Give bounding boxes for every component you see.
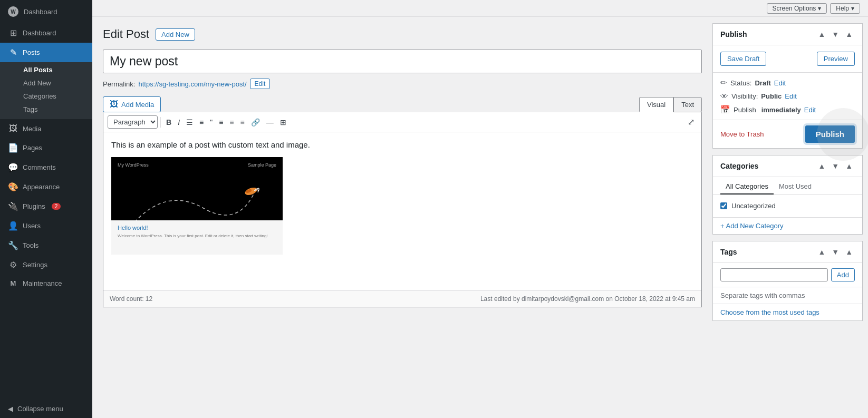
editor-body-text: This is an example of a post with custom…	[111, 140, 693, 149]
publish-box-up-button[interactable]: ▲	[816, 29, 827, 40]
permalink-link[interactable]: https://sg-testing.com/my-new-post/	[138, 80, 246, 88]
editor-wrapper: Paragraph B I ☰ ≡ " ≡ ≡ ≡ 🔗 — ⊞ ⤢	[103, 112, 702, 307]
dashboard-label: Dashboard	[24, 8, 57, 16]
schedule-edit-link[interactable]: Edit	[804, 106, 816, 114]
plugins-icon: 🔌	[8, 201, 18, 211]
sidebar-item-label: Users	[23, 222, 41, 230]
last-edited: Last edited by dimitarpoydovski@gmail.co…	[480, 295, 695, 303]
categories-list: Uncategorized	[713, 195, 862, 218]
topbar: Screen Options ▾ Help ▾	[92, 0, 868, 17]
add-new-button[interactable]: Add New	[156, 28, 195, 41]
editor-body[interactable]: This is an example of a post with custom…	[103, 132, 701, 290]
visibility-edit-link[interactable]: Edit	[785, 92, 796, 100]
editor-footer: Word count: 12 Last edited by dimitarpoy…	[103, 290, 701, 307]
visibility-icon: 👁	[720, 92, 728, 101]
categories-box-close-button[interactable]: ▲	[843, 161, 855, 171]
publish-box-close-button[interactable]: ▲	[843, 29, 855, 40]
ordered-list-button[interactable]: ≡	[197, 116, 206, 128]
tags-box-down-button[interactable]: ▼	[830, 247, 841, 257]
sidebar-item-label: Maintenance	[23, 279, 62, 287]
sidebar-item-label: Tools	[23, 241, 38, 249]
fullscreen-button[interactable]: ⤢	[685, 115, 697, 129]
preview-button[interactable]: Preview	[817, 52, 855, 66]
publish-box-down-button[interactable]: ▼	[830, 29, 841, 40]
add-media-button[interactable]: 🖼 Add Media	[103, 96, 161, 112]
post-title-input[interactable]	[103, 50, 702, 73]
page-header: Edit Post Add New	[103, 27, 702, 41]
table-button[interactable]: ⊞	[277, 116, 289, 128]
sidebar-item-comments[interactable]: 💬 Comments	[0, 158, 92, 177]
main-area: Screen Options ▾ Help ▾ Edit Post Add Ne…	[92, 0, 868, 418]
tab-most-used[interactable]: Most Used	[774, 179, 817, 195]
status-row: ✏ Status: Draft Edit	[720, 78, 855, 88]
sidebar-sub-add-new[interactable]: Add New	[0, 76, 92, 90]
tags-add-button[interactable]: Add	[831, 268, 855, 281]
uncategorized-checkbox[interactable]	[720, 202, 727, 209]
help-label: Help	[836, 5, 849, 12]
sidebar-item-label: Posts	[23, 48, 40, 56]
comments-icon: 💬	[8, 162, 18, 172]
categories-meta-box: Categories ▲ ▼ ▲ All Categories Most Use…	[712, 155, 863, 235]
schedule-value: immediately	[761, 106, 801, 114]
status-edit-link[interactable]: Edit	[774, 79, 786, 87]
sidebar-sub-categories[interactable]: Categories	[0, 90, 92, 103]
visibility-row: 👁 Visibility: Public Edit	[720, 92, 855, 101]
screen-options-button[interactable]: Screen Options ▾	[767, 3, 827, 14]
tags-input[interactable]	[720, 268, 828, 281]
sidebar-item-maintenance[interactable]: M Maintenance	[0, 275, 92, 292]
toolbar-separator-1	[160, 117, 161, 128]
more-button[interactable]: —	[264, 116, 276, 128]
sidebar: W Dashboard ⊞ Dashboard ✎ Posts All Post…	[0, 0, 92, 418]
italic-button[interactable]: I	[175, 116, 182, 128]
posts-submenu: All Posts Add New Categories Tags	[0, 62, 92, 119]
permalink-row: Permalink: https://sg-testing.com/my-new…	[103, 79, 702, 89]
sidebar-logo[interactable]: W Dashboard	[0, 0, 92, 23]
categories-box-down-button[interactable]: ▼	[830, 161, 841, 171]
publish-box-title: Publish	[720, 30, 747, 38]
publish-button[interactable]: Publish	[805, 125, 855, 143]
align-left-button[interactable]: ≡	[216, 116, 226, 128]
tab-visual[interactable]: Visual	[639, 97, 673, 112]
right-panel: Publish ▲ ▼ ▲ Save Draft Preview	[712, 17, 868, 418]
sidebar-item-users[interactable]: 👤 Users	[0, 216, 92, 236]
content-area: Edit Post Add New Permalink: https://sg-…	[92, 17, 868, 418]
sidebar-item-tools[interactable]: 🔧 Tools	[0, 236, 92, 255]
paragraph-select[interactable]: Paragraph	[108, 115, 158, 129]
tags-input-area: Add	[713, 263, 862, 287]
link-button[interactable]: 🔗	[248, 116, 263, 128]
align-right-button[interactable]: ≡	[238, 116, 247, 128]
pages-icon: 📄	[8, 143, 18, 153]
sidebar-item-appearance[interactable]: 🎨 Appearance	[0, 177, 92, 197]
appearance-icon: 🎨	[8, 182, 18, 192]
align-center-button[interactable]: ≡	[227, 116, 236, 128]
categories-tabs: All Categories Most Used	[713, 179, 862, 195]
tags-box-up-button[interactable]: ▲	[816, 247, 827, 257]
blockquote-button[interactable]: "	[207, 116, 215, 128]
users-icon: 👤	[8, 221, 18, 231]
sidebar-item-plugins[interactable]: 🔌 Plugins 2	[0, 197, 92, 216]
collapse-menu[interactable]: ◀ Collapse menu	[0, 400, 92, 418]
sidebar-sub-all-posts[interactable]: All Posts	[0, 63, 92, 76]
bold-button[interactable]: B	[163, 116, 174, 128]
sidebar-item-posts[interactable]: ✎ Posts	[0, 43, 92, 62]
sidebar-item-pages[interactable]: 📄 Pages	[0, 138, 92, 158]
tab-text[interactable]: Text	[673, 97, 702, 112]
categories-box-up-button[interactable]: ▲	[816, 161, 827, 171]
category-uncategorized: Uncategorized	[720, 200, 855, 212]
sidebar-item-settings[interactable]: ⚙ Settings	[0, 255, 92, 275]
sidebar-item-label: Settings	[23, 261, 47, 269]
add-new-category-link[interactable]: + Add New Category	[713, 218, 862, 234]
status-value: Draft	[755, 79, 770, 87]
tags-choose-link[interactable]: Choose from the most used tags	[713, 304, 862, 320]
tags-box-close-button[interactable]: ▲	[843, 247, 855, 257]
permalink-edit-button[interactable]: Edit	[250, 79, 271, 89]
sidebar-sub-tags[interactable]: Tags	[0, 103, 92, 116]
save-draft-button[interactable]: Save Draft	[720, 52, 766, 66]
sidebar-item-dashboard[interactable]: ⊞ Dashboard	[0, 23, 92, 43]
unordered-list-button[interactable]: ☰	[184, 116, 196, 128]
help-button[interactable]: Help ▾	[830, 3, 860, 14]
move-to-trash-link[interactable]: Move to Trash	[720, 130, 764, 138]
bird-icon	[244, 186, 259, 196]
sidebar-item-media[interactable]: 🖼 Media	[0, 119, 92, 138]
tab-all-categories[interactable]: All Categories	[720, 179, 774, 195]
